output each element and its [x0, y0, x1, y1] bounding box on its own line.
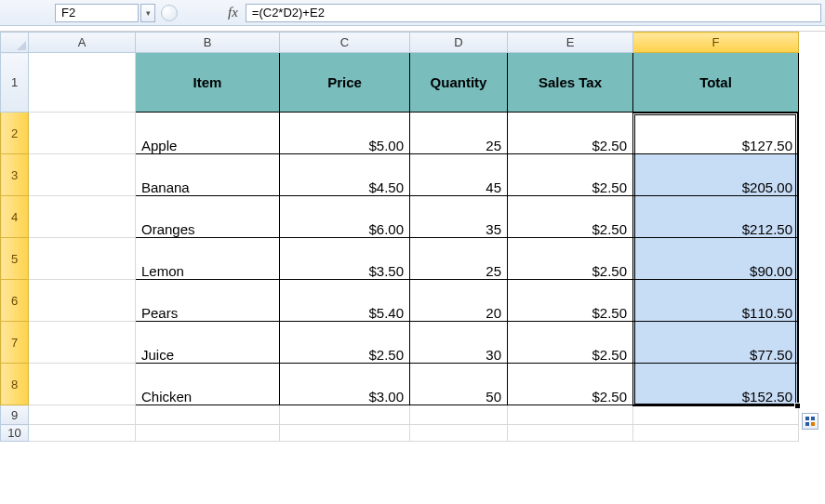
cell-B4[interactable]: Oranges	[136, 196, 280, 238]
cell-F4[interactable]: $212.50	[633, 196, 799, 238]
cell-E6[interactable]: $2.50	[508, 280, 633, 322]
cell-A10[interactable]	[29, 425, 136, 442]
cell-F7[interactable]: $77.50	[633, 322, 799, 364]
col-header-B[interactable]: B	[136, 33, 280, 53]
cell-B2[interactable]: Apple	[136, 113, 280, 154]
cell-B10[interactable]	[136, 425, 280, 442]
cell-B8[interactable]: Chicken	[136, 364, 280, 405]
cell-F2[interactable]: $127.50	[633, 113, 799, 154]
cell-C8[interactable]: $3.00	[280, 364, 410, 405]
cell-D7[interactable]: 30	[410, 322, 508, 364]
cell-D6[interactable]: 20	[410, 280, 508, 322]
cell-E9[interactable]	[508, 405, 633, 425]
svg-rect-1	[811, 417, 815, 420]
cell-C9[interactable]	[280, 405, 410, 425]
col-header-D[interactable]: D	[410, 33, 508, 53]
autofill-options-button[interactable]	[802, 413, 818, 430]
cell-E2[interactable]: $2.50	[508, 113, 633, 154]
row-header-6[interactable]: 6	[1, 280, 29, 322]
cell-B7[interactable]: Juice	[136, 322, 280, 364]
cell-F10[interactable]	[633, 425, 799, 442]
cell-A1[interactable]	[29, 53, 136, 113]
fill-handle[interactable]	[794, 403, 801, 409]
cell-C3[interactable]: $4.50	[280, 154, 410, 196]
name-box[interactable]: F2	[55, 4, 139, 22]
cell-B3[interactable]: Banana	[136, 154, 280, 196]
cell-D9[interactable]	[410, 405, 508, 425]
cell-B9[interactable]	[136, 405, 280, 425]
cell-C5[interactable]: $3.50	[280, 238, 410, 280]
fx-icon[interactable]: fx	[228, 5, 238, 20]
cell-A6[interactable]	[29, 280, 136, 322]
col-header-F[interactable]: F	[633, 33, 799, 53]
row-header-2[interactable]: 2	[1, 113, 29, 154]
cancel-circle-button[interactable]	[161, 5, 178, 21]
cell-E8[interactable]: $2.50	[508, 364, 633, 405]
cell-F8[interactable]: $152.50	[633, 364, 799, 405]
cell-C7[interactable]: $2.50	[280, 322, 410, 364]
cell-D1[interactable]: Quantity	[410, 53, 508, 113]
formula-input[interactable]: =(C2*D2)+E2	[246, 4, 821, 22]
cell-F3[interactable]: $205.00	[633, 154, 799, 196]
cell-A8[interactable]	[29, 364, 136, 405]
cell-A7[interactable]	[29, 322, 136, 364]
cell-B1[interactable]: Item	[136, 53, 280, 113]
row-header-3[interactable]: 3	[1, 154, 29, 196]
cell-C2[interactable]: $5.00	[280, 113, 410, 154]
cell-E10[interactable]	[508, 425, 633, 442]
col-header-C[interactable]: C	[280, 33, 410, 53]
cell-A2[interactable]	[29, 113, 136, 154]
cell-C6[interactable]: $5.40	[280, 280, 410, 322]
row-header-4[interactable]: 4	[1, 196, 29, 238]
row-header-9[interactable]: 9	[1, 405, 29, 425]
cell-D2[interactable]: 25	[410, 113, 508, 154]
name-box-dropdown[interactable]: ▾	[140, 4, 155, 22]
row-header-8[interactable]: 8	[1, 364, 29, 405]
cell-D10[interactable]	[410, 425, 508, 442]
row-header-10[interactable]: 10	[1, 425, 29, 442]
cell-A5[interactable]	[29, 238, 136, 280]
cell-E1[interactable]: Sales Tax	[508, 53, 633, 113]
cell-C4[interactable]: $6.00	[280, 196, 410, 238]
cell-E4[interactable]: $2.50	[508, 196, 633, 238]
cell-D8[interactable]: 50	[410, 364, 508, 405]
cell-F9[interactable]	[633, 405, 799, 425]
cell-C1[interactable]: Price	[280, 53, 410, 113]
svg-rect-0	[805, 417, 809, 420]
grid: A B C D E F 1 Item Price Quantity Sales …	[0, 32, 799, 442]
cell-D4[interactable]: 35	[410, 196, 508, 238]
cell-E7[interactable]: $2.50	[508, 322, 633, 364]
cell-F1[interactable]: Total	[633, 53, 799, 113]
cell-B5[interactable]: Lemon	[136, 238, 280, 280]
cell-E3[interactable]: $2.50	[508, 154, 633, 196]
cell-B6[interactable]: Pears	[136, 280, 280, 322]
svg-rect-3	[811, 422, 815, 426]
select-all-corner[interactable]	[1, 33, 29, 53]
cell-A3[interactable]	[29, 154, 136, 196]
chevron-down-icon: ▾	[146, 8, 151, 18]
col-header-A[interactable]: A	[29, 33, 136, 53]
worksheet[interactable]: A B C D E F 1 Item Price Quantity Sales …	[0, 32, 825, 442]
cell-A9[interactable]	[29, 405, 136, 425]
cell-E5[interactable]: $2.50	[508, 238, 633, 280]
cell-C10[interactable]	[280, 425, 410, 442]
cell-F5[interactable]: $90.00	[633, 238, 799, 280]
row-header-1[interactable]: 1	[1, 53, 29, 113]
svg-rect-2	[805, 422, 809, 426]
autofill-options-icon	[805, 416, 816, 427]
cell-D5[interactable]: 25	[410, 238, 508, 280]
name-box-group: F2 ▾	[55, 4, 178, 22]
col-header-E[interactable]: E	[508, 33, 633, 53]
cell-A4[interactable]	[29, 196, 136, 238]
cell-D3[interactable]: 45	[410, 154, 508, 196]
row-header-5[interactable]: 5	[1, 238, 29, 280]
formula-bar: F2 ▾ fx =(C2*D2)+E2	[0, 0, 825, 26]
row-header-7[interactable]: 7	[1, 322, 29, 364]
cell-F6[interactable]: $110.50	[633, 280, 799, 322]
